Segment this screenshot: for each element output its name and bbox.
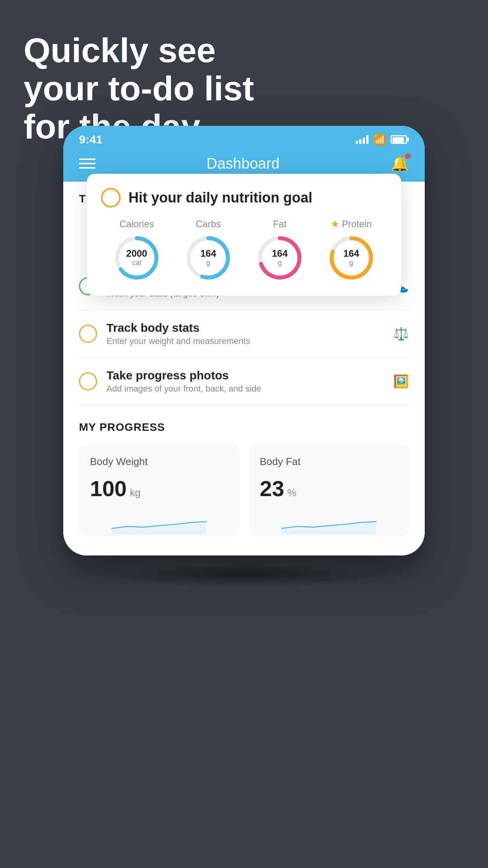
hero-line1: Quickly see xyxy=(24,31,254,70)
app-content: THINGS TO DO TODAY Hit your daily nutrit… xyxy=(63,182,425,555)
todo-circle[interactable] xyxy=(79,372,97,390)
status-time: 9:41 xyxy=(79,133,103,146)
nutrition-card-title: Hit your daily nutrition goal xyxy=(128,189,312,206)
status-icons: 📶 xyxy=(356,134,409,146)
progress-value: 100 xyxy=(90,476,127,501)
stat-unit: cal xyxy=(132,259,141,267)
stat-value: 164 xyxy=(343,248,359,259)
donut-chart-calories: 2000 cal xyxy=(113,234,160,281)
progress-value-row: 100 kg xyxy=(90,476,228,501)
progress-value: 23 xyxy=(260,476,284,501)
phone-mockup: 9:41 📶 xyxy=(63,126,425,555)
menu-icon[interactable] xyxy=(79,158,95,169)
phone-screen: 9:41 📶 xyxy=(63,126,425,555)
stat-value: 2000 xyxy=(126,248,147,259)
mini-chart xyxy=(90,511,228,534)
stat-unit: g xyxy=(206,259,210,267)
stat-label-protein: ★Protein xyxy=(331,219,372,230)
stat-unit: g xyxy=(349,259,353,267)
battery-icon xyxy=(391,135,409,144)
mini-chart xyxy=(260,511,398,534)
nutrition-stat-carbs: Carbs 164 g xyxy=(185,219,232,281)
todo-subtitle: Add images of your front, back, and side xyxy=(106,384,384,394)
nutrition-card: Hit your daily nutrition goal Calories 2… xyxy=(87,174,401,296)
stat-label-fat: Fat xyxy=(273,219,287,230)
progress-unit: % xyxy=(287,487,296,499)
hero-line2: your to-do list xyxy=(24,70,254,108)
progress-card-body-fat[interactable]: Body Fat 23 % xyxy=(249,445,409,536)
progress-card-title: Body Fat xyxy=(260,456,398,468)
todo-text: Track body stats Enter your weight and m… xyxy=(106,321,384,346)
stat-unit: g xyxy=(278,259,282,267)
donut-chart-fat: 164 g xyxy=(256,234,303,281)
stat-value: 164 xyxy=(272,248,288,259)
stat-label-calories: Calories xyxy=(119,219,154,230)
signal-icon xyxy=(356,135,369,144)
nutrition-circle-checkbox[interactable] xyxy=(101,188,121,208)
todo-item[interactable]: Track body stats Enter your weight and m… xyxy=(79,310,409,358)
progress-card-title: Body Weight xyxy=(90,456,228,468)
todo-text: Take progress photos Add images of your … xyxy=(106,369,384,394)
todo-action-icon: ⚖️ xyxy=(393,326,409,341)
stat-label-carbs: Carbs xyxy=(196,219,221,230)
notification-dot xyxy=(405,153,411,159)
todo-action-icon: 🖼️ xyxy=(393,374,409,389)
nav-title: Dashboard xyxy=(207,155,280,172)
nutrition-stat-fat: Fat 164 g xyxy=(256,219,303,281)
nutrition-stat-calories: Calories 2000 cal xyxy=(113,219,160,281)
progress-section: MY PROGRESS Body Weight 100 kg Body Fat … xyxy=(63,405,425,536)
progress-header: MY PROGRESS xyxy=(79,421,409,434)
progress-cards: Body Weight 100 kg Body Fat 23 % xyxy=(79,445,409,536)
todo-title: Track body stats xyxy=(106,321,384,335)
progress-card-body-weight[interactable]: Body Weight 100 kg xyxy=(79,445,239,536)
star-icon: ★ xyxy=(331,219,339,230)
stat-value: 164 xyxy=(200,248,216,259)
nutrition-stat-protein: ★Protein 164 g xyxy=(328,219,375,281)
progress-unit: kg xyxy=(130,487,140,499)
todo-item[interactable]: Take progress photos Add images of your … xyxy=(79,358,409,405)
donut-chart-protein: 164 g xyxy=(328,234,375,281)
card-title-row: Hit your daily nutrition goal xyxy=(101,188,387,208)
notification-bell-icon[interactable]: 🔔 xyxy=(391,155,409,172)
progress-value-row: 23 % xyxy=(260,476,398,501)
nutrition-stats: Calories 2000 cal Carbs 164 g Fat 164 g … xyxy=(101,219,387,281)
status-bar: 9:41 📶 xyxy=(63,126,425,150)
todo-subtitle: Enter your weight and measurements xyxy=(106,336,384,346)
wifi-icon: 📶 xyxy=(373,134,386,146)
donut-chart-carbs: 164 g xyxy=(185,234,232,281)
todo-circle[interactable] xyxy=(79,325,97,343)
todo-title: Take progress photos xyxy=(106,369,384,382)
